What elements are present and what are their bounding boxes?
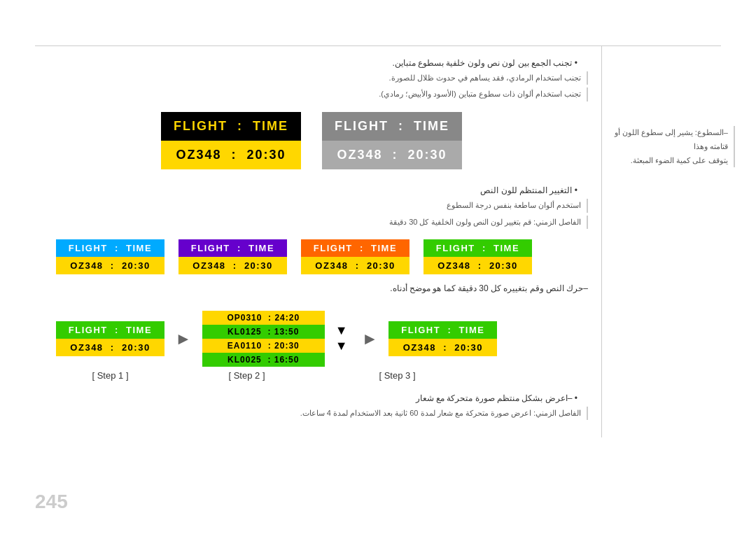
step3-label: [ Step 3 ] — [343, 370, 451, 381]
sc-purple-r1: FLIGHT : TIME — [178, 239, 287, 257]
steps-section: FLIGHT : TIME OZ348 : 20:30 ► OP0310 : 2… — [35, 311, 588, 367]
mid-r4: KL0025 : 16:50 — [202, 353, 325, 367]
down-arrow2: ▼ — [335, 339, 348, 354]
dash1: تجنب استخدام الرمادي، فقد يساهم في حدوث … — [35, 71, 588, 85]
sc-purple-r2: OZ348 : 20:30 — [178, 257, 287, 274]
bullet2: التغيير المنتظم للون النص — [35, 183, 588, 199]
right-note: –السطوع: يشير إلى سطوع اللون أو قتامته و… — [602, 126, 735, 167]
sc-green-r1: FLIGHT : TIME — [424, 239, 532, 257]
small-card-purple: FLIGHT : TIME OZ348 : 20:30 — [178, 239, 287, 274]
dash2: تجنب استخدام ألوان ذات سطوع متباين (الأس… — [35, 87, 588, 101]
sc-green-r2: OZ348 : 20:30 — [424, 257, 532, 274]
small-cards-row: FLIGHT : TIME OZ348 : 20:30 FLIGHT : TIM… — [35, 239, 588, 274]
step2-label: [ Step 2 ] — [186, 370, 308, 381]
right-note1: –السطوع: يشير إلى سطوع اللون أو قتامته و… — [615, 128, 728, 150]
down-arrows: ▼ ▼ — [335, 323, 348, 353]
large-card-black: FLIGHT : TIME OZ348 : 20:30 — [161, 112, 301, 169]
small-card-green: FLIGHT : TIME OZ348 : 20:30 — [424, 239, 532, 274]
sc-orange-r1: FLIGHT : TIME — [301, 239, 410, 257]
large-card-black-row1: FLIGHT : TIME — [161, 112, 301, 141]
sc-blue-r2: OZ348 : 20:30 — [56, 257, 164, 274]
step3-card: FLIGHT : TIME OZ348 : 20:30 — [388, 321, 497, 356]
down-arrow1: ▼ — [335, 323, 348, 339]
step3-r1: FLIGHT : TIME — [388, 321, 497, 339]
sc-blue-r1: FLIGHT : TIME — [56, 239, 164, 257]
top-divider — [35, 45, 721, 46]
right-note2: يتوقف على كمية الضوء المبعثة. — [631, 156, 728, 164]
page-number: 245 — [35, 491, 68, 513]
mid-r3: EA0110 : 20:30 — [202, 339, 325, 353]
arrow2: ► — [362, 329, 379, 349]
large-card-gray: FLIGHT : TIME OZ348 : 20:30 — [322, 112, 462, 169]
arabic-scroll: –حرك النص وقم بتغييره كل 30 دقيقة كما هو… — [35, 281, 588, 297]
small-card-blue: FLIGHT : TIME OZ348 : 20:30 — [56, 239, 164, 274]
sc-orange-r2: OZ348 : 20:30 — [301, 257, 410, 274]
step3-r2: OZ348 : 20:30 — [388, 339, 497, 356]
right-divider — [601, 45, 602, 437]
large-card-gray-row2: OZ348 : 20:30 — [322, 141, 462, 169]
step1-r2: OZ348 : 20:30 — [56, 339, 164, 356]
dash3: استخدم ألوان ساطعة بنفس درجة السطوع — [35, 199, 588, 213]
large-card-black-row2: OZ348 : 20:30 — [161, 141, 301, 169]
middle-card: OP0310 : 24:20 KL0125 : 13:50 EA0110 : 2… — [202, 311, 325, 367]
step-labels: [ Step 1 ] [ Step 2 ] [ Step 3 ] — [35, 370, 588, 381]
mid-r2: KL0125 : 13:50 — [202, 325, 325, 339]
right-sidebar: –السطوع: يشير إلى سطوع اللون أو قتامته و… — [602, 126, 735, 170]
small-card-orange: FLIGHT : TIME OZ348 : 20:30 — [301, 239, 410, 274]
main-content: تجنب الجمع بين لون نص ولون خلفية بسطوع م… — [35, 56, 588, 423]
step1-card: FLIGHT : TIME OZ348 : 20:30 — [56, 321, 164, 356]
step1-r1: FLIGHT : TIME — [56, 321, 164, 339]
arabic-display: –اعرض بشكل منتظم صورة متحركة مع شعار — [35, 391, 588, 407]
bullet1: تجنب الجمع بين لون نص ولون خلفية بسطوع م… — [35, 56, 588, 71]
arrow1: ► — [175, 329, 192, 349]
dash4: الفاصل الزمني: قم بتغيير لون النص ولون ا… — [35, 216, 588, 230]
large-cards-section: FLIGHT : TIME OZ348 : 20:30 FLIGHT : TIM… — [35, 112, 588, 169]
step1-label: [ Step 1 ] — [56, 370, 164, 381]
arabic-display2: الفاصل الزمني: اعرض صورة متحركة مع شعار … — [35, 407, 588, 421]
large-card-gray-row1: FLIGHT : TIME — [322, 112, 462, 141]
mid-r1: OP0310 : 24:20 — [202, 311, 325, 325]
